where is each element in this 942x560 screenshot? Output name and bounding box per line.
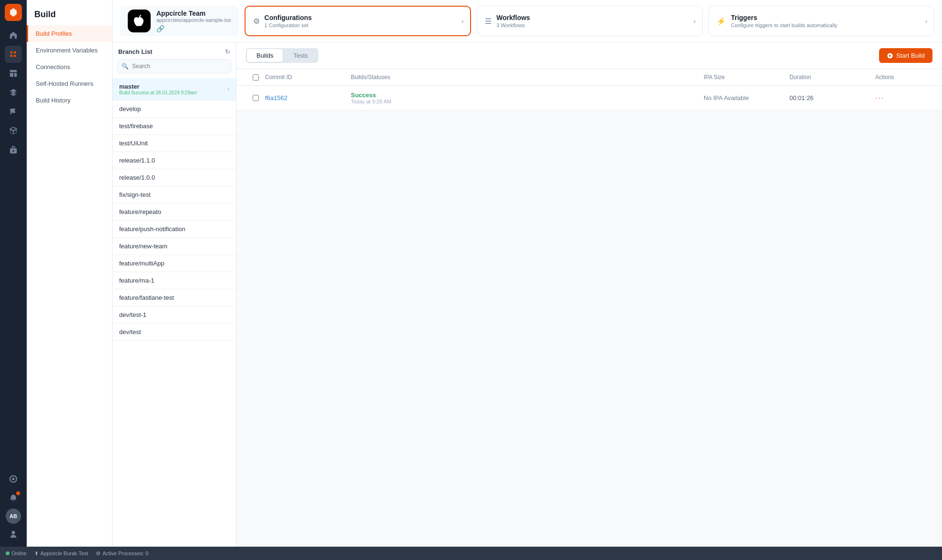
nav-build[interactable] — [5, 46, 22, 63]
content-area: Branch List ↻ 🔍 master Build Success at … — [113, 42, 942, 547]
nav-grid[interactable] — [5, 65, 22, 82]
branch-name: feature/multiApp — [119, 260, 164, 267]
branch-item-release-110[interactable]: release/1.1.0 — [113, 152, 236, 169]
branch-name: dev/test — [119, 328, 141, 336]
nav-user[interactable] — [5, 526, 22, 543]
app-sub: appcircleio/appcircle-sample-ios — [156, 17, 231, 23]
sidebar: Build Build Profiles Environment Variabl… — [27, 0, 113, 547]
branch-panel-header: Branch List ↻ — [113, 42, 236, 59]
sidebar-item-self-hosted[interactable]: Self-Hosted Runners — [27, 75, 112, 92]
branch-item-feature-new-team[interactable]: feature/new-team — [113, 238, 236, 255]
branch-name: release/1.0.0 — [119, 174, 155, 181]
branch-item-master[interactable]: master Build Success at 26.01.2024 9:29a… — [113, 78, 236, 101]
branch-name: feature/repeato — [119, 208, 161, 215]
actions-cell: ··· — [875, 94, 932, 102]
branch-name: master — [119, 83, 197, 90]
branch-item-feature-repeato[interactable]: feature/repeato — [113, 204, 236, 221]
nav-package[interactable] — [5, 122, 22, 139]
status-success: Success — [351, 92, 704, 99]
processes-status: ⚙ Active Processes: 0 — [96, 550, 149, 557]
workflow-info: Workflows 3 Workflows — [496, 14, 530, 28]
sidebar-item-env-vars[interactable]: Environment Variables — [27, 42, 112, 59]
branch-chevron-icon: › — [227, 86, 229, 92]
branch-name: test/UiUnit — [119, 140, 148, 147]
build-area: Builds Tests Start Build Commit ID — [236, 42, 942, 547]
workflow-chevron-icon: › — [694, 18, 696, 25]
config-chevron-icon: › — [461, 18, 463, 25]
search-box: 🔍 — [117, 59, 231, 73]
branch-item-feature-ma1[interactable]: feature/ma-1 — [113, 272, 236, 289]
icon-nav: AB — [0, 0, 27, 547]
row-checkbox-cell — [246, 95, 265, 101]
branch-item-dev-test[interactable]: dev/test — [113, 324, 236, 341]
select-all-checkbox[interactable] — [253, 74, 259, 81]
branch-status: Build Success at 26.01.2024 9:29am — [119, 90, 197, 95]
commit-link[interactable]: f6a1562 — [265, 94, 287, 102]
trigger-icon: ⚡ — [717, 17, 726, 26]
row-checkbox[interactable] — [253, 95, 259, 101]
app-icon — [128, 10, 151, 32]
nav-home[interactable] — [5, 27, 22, 44]
build-toolbar: Builds Tests Start Build — [236, 42, 942, 69]
ipa-size-cell: No IPA Available — [704, 94, 789, 102]
config-sub: 1 Configuration set — [265, 22, 312, 28]
workflow-label: Workflows — [496, 14, 530, 21]
nav-extensions[interactable] — [5, 470, 22, 488]
sidebar-item-connections[interactable]: Connections — [27, 59, 112, 75]
branch-item-fix-sign-test[interactable]: fix/sign-test — [113, 186, 236, 204]
config-icon: ⚙ — [253, 17, 260, 26]
tab-builds[interactable]: Builds — [247, 49, 283, 62]
status-cell: Success Today at 9:28 AM — [351, 92, 704, 104]
account-status: ⬆ Appcircle Burak Test — [34, 550, 88, 557]
branch-name: dev/test-1 — [119, 311, 146, 318]
header-commit-id: Commit ID — [265, 74, 351, 81]
app-logo[interactable] — [5, 4, 22, 21]
trigger-chevron-icon: › — [925, 18, 927, 25]
search-icon: 🔍 — [122, 63, 129, 70]
config-info: Configurations 1 Configuration set — [265, 14, 312, 28]
start-build-button[interactable]: Start Build — [879, 48, 932, 63]
sidebar-title: Build — [27, 0, 112, 25]
table-row: f6a1562 Success Today at 9:28 AM No IPA … — [236, 86, 942, 111]
refresh-button[interactable]: ↻ — [225, 48, 230, 55]
sidebar-item-build-profiles[interactable]: Build Profiles — [27, 25, 112, 42]
branch-item-release-100[interactable]: release/1.0.0 — [113, 169, 236, 186]
user-avatar[interactable]: AB — [6, 509, 21, 524]
commit-id-cell: f6a1562 — [265, 94, 351, 102]
branch-item-test-uiunit[interactable]: test/UiUnit — [113, 135, 236, 152]
triggers-card[interactable]: ⚡ Triggers Configure triggers to start b… — [708, 6, 934, 36]
branch-item-feature-multiapp[interactable]: feature/multiApp — [113, 255, 236, 272]
trigger-info: Triggers Configure triggers to start bui… — [731, 14, 837, 28]
build-table: Commit ID Builds/Statuses IPA Size Durat… — [236, 69, 942, 547]
tab-tests[interactable]: Tests — [284, 49, 317, 62]
status-time: Today at 9:28 AM — [351, 99, 704, 104]
branch-name: fix/sign-test — [119, 191, 151, 198]
branch-name: feature/new-team — [119, 243, 167, 250]
nav-lock[interactable] — [5, 141, 22, 158]
branch-name: develop — [119, 105, 141, 112]
branch-item-dev-test1[interactable]: dev/test-1 — [113, 306, 236, 324]
nav-notifications[interactable] — [5, 489, 22, 507]
nav-flag[interactable] — [5, 103, 22, 120]
workflows-card[interactable]: ☰ Workflows 3 Workflows › — [477, 6, 703, 36]
branch-name: feature/fastlane-test — [119, 294, 174, 301]
search-input[interactable] — [117, 59, 231, 73]
branch-item-feature-push-notification[interactable]: feature/push-notification — [113, 221, 236, 238]
branch-item-feature-fastlane-test[interactable]: feature/fastlane-test — [113, 289, 236, 306]
header-actions: Actions — [875, 74, 932, 81]
app-name: Appcircle Team — [156, 10, 231, 17]
header-builds-statuses: Builds/Statuses — [351, 74, 704, 81]
app-info-text: Appcircle Team appcircleio/appcircle-sam… — [156, 10, 231, 32]
branch-item-test-firebase[interactable]: test/firebase — [113, 118, 236, 135]
branch-item-develop[interactable]: develop — [113, 101, 236, 118]
sidebar-item-build-history[interactable]: Build History — [27, 92, 112, 109]
actions-menu-button[interactable]: ··· — [875, 94, 884, 102]
trigger-label: Triggers — [731, 14, 837, 21]
app-info-card: Appcircle Team appcircleio/appcircle-sam… — [120, 6, 239, 36]
nav-layers[interactable] — [5, 84, 22, 101]
configurations-card[interactable]: ⚙ Configurations 1 Configuration set › — [245, 6, 471, 36]
branch-name: test/firebase — [119, 122, 153, 130]
online-status: Online — [6, 550, 27, 556]
online-dot — [6, 551, 10, 555]
branch-name: release/1.1.0 — [119, 157, 155, 164]
